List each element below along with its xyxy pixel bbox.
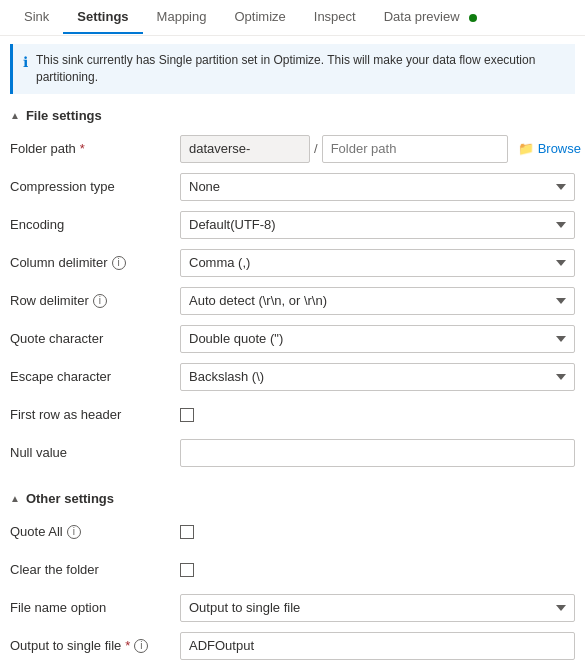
folder-icon: 📁 [518,141,534,156]
quote-character-control: Double quote (") Single quote (') [180,325,575,353]
quote-character-select[interactable]: Double quote (") Single quote (') [180,325,575,353]
file-name-option-select[interactable]: Output to single file Default Per partit… [180,594,575,622]
column-delimiter-row: Column delimiter i Comma (,) Tab (\t) Se… [10,247,575,279]
collapse-icon: ▲ [10,110,20,121]
output-single-file-row: Output to single file * i [10,630,575,662]
folder-separator: / [314,141,318,156]
folder-path-required: * [80,141,85,156]
first-row-header-label: First row as header [10,407,180,422]
quote-character-row: Quote character Double quote (") Single … [10,323,575,355]
tab-mapping[interactable]: Mapping [143,1,221,34]
clear-folder-control [180,562,575,578]
data-preview-status-dot [469,14,477,22]
compression-type-label: Compression type [10,179,180,194]
output-single-file-label: Output to single file * i [10,638,180,653]
escape-character-select[interactable]: Backslash (\) Double quote (") [180,363,575,391]
quote-all-checkbox[interactable] [180,525,194,539]
quote-all-tip[interactable]: i [67,525,81,539]
encoding-label: Encoding [10,217,180,232]
column-delimiter-control: Comma (,) Tab (\t) Semicolon (;) Pipe (|… [180,249,575,277]
other-settings-header[interactable]: ▲ Other settings [0,485,585,512]
row-delimiter-row: Row delimiter i Auto detect (\r\n, or \r… [10,285,575,317]
compression-type-select[interactable]: None Gzip Deflate [180,173,575,201]
row-delimiter-control: Auto detect (\r\n, or \r\n) \r\n \n [180,287,575,315]
output-single-required: * [125,638,130,653]
escape-character-control: Backslash (\) Double quote (") [180,363,575,391]
other-settings-label: Other settings [26,491,114,506]
tab-settings[interactable]: Settings [63,1,142,34]
other-collapse-icon: ▲ [10,493,20,504]
first-row-header-control [180,407,575,423]
folder-subpath-input[interactable] [322,135,508,163]
null-value-control [180,439,575,467]
quote-all-row: Quote All i [10,516,575,548]
output-single-file-input[interactable] [180,632,575,660]
folder-path-input[interactable] [180,135,310,163]
row-delimiter-select[interactable]: Auto detect (\r\n, or \r\n) \r\n \n [180,287,575,315]
row-delimiter-tip[interactable]: i [93,294,107,308]
quote-character-label: Quote character [10,331,180,346]
compression-type-row: Compression type None Gzip Deflate [10,171,575,203]
file-settings-label: File settings [26,108,102,123]
column-delimiter-select[interactable]: Comma (,) Tab (\t) Semicolon (;) Pipe (|… [180,249,575,277]
compression-type-control: None Gzip Deflate [180,173,575,201]
escape-character-label: Escape character [10,369,180,384]
null-value-input[interactable] [180,439,575,467]
clear-folder-label: Clear the folder [10,562,180,577]
file-settings-body: Folder path * / 📁 Browse Compression typ… [0,129,585,485]
tab-data-preview[interactable]: Data preview [370,1,492,34]
clear-folder-row: Clear the folder [10,554,575,586]
quote-all-label: Quote All i [10,524,180,539]
encoding-select[interactable]: Default(UTF-8) UTF-8 UTF-16 [180,211,575,239]
clear-folder-checkbox[interactable] [180,563,194,577]
file-name-option-control: Output to single file Default Per partit… [180,594,575,622]
tab-sink[interactable]: Sink [10,1,63,34]
column-delimiter-tip[interactable]: i [112,256,126,270]
column-delimiter-label: Column delimiter i [10,255,180,270]
escape-character-row: Escape character Backslash (\) Double qu… [10,361,575,393]
tab-bar: Sink Settings Mapping Optimize Inspect D… [0,0,585,36]
tab-optimize[interactable]: Optimize [220,1,299,34]
encoding-row: Encoding Default(UTF-8) UTF-8 UTF-16 [10,209,575,241]
file-settings-header[interactable]: ▲ File settings [0,102,585,129]
file-name-option-label: File name option [10,600,180,615]
null-value-label: Null value [10,445,180,460]
browse-button[interactable]: 📁 Browse [512,137,585,160]
info-banner: ℹ This sink currently has Single partiti… [10,44,575,94]
quote-all-control [180,524,575,540]
folder-path-group: / 📁 Browse [180,135,585,163]
folder-path-label: Folder path * [10,141,180,156]
info-banner-text: This sink currently has Single partition… [36,52,565,86]
folder-path-row: Folder path * / 📁 Browse [10,133,575,165]
output-single-tip[interactable]: i [134,639,148,653]
encoding-control: Default(UTF-8) UTF-8 UTF-16 [180,211,575,239]
row-delimiter-label: Row delimiter i [10,293,180,308]
other-settings-body: Quote All i Clear the folder File name o… [0,512,585,662]
null-value-row: Null value [10,437,575,469]
first-row-header-checkbox[interactable] [180,408,194,422]
file-name-option-row: File name option Output to single file D… [10,592,575,624]
info-icon: ℹ [23,53,28,73]
output-single-file-control [180,632,575,660]
first-row-header-row: First row as header [10,399,575,431]
tab-inspect[interactable]: Inspect [300,1,370,34]
